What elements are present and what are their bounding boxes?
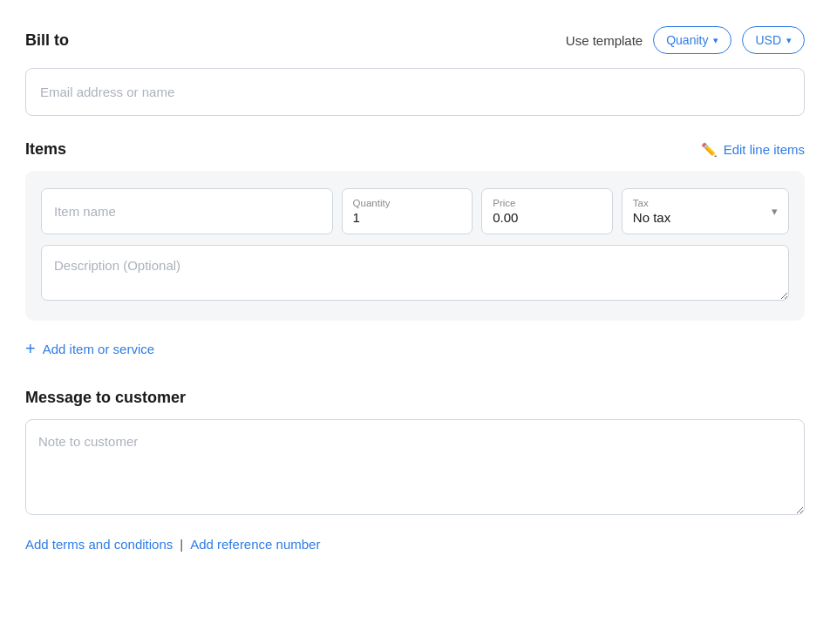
currency-dropdown-label: USD bbox=[755, 33, 781, 47]
add-reference-link[interactable]: Add reference number bbox=[190, 537, 320, 552]
bill-to-label: Bill to bbox=[25, 31, 69, 50]
bill-to-header: Bill to Use template Quanity ▾ USD ▾ bbox=[25, 26, 805, 54]
quantity-dropdown-label: Quanity bbox=[666, 33, 708, 47]
quantity-value: 1 bbox=[353, 210, 462, 225]
items-label: Items bbox=[25, 140, 66, 159]
quantity-chevron-icon: ▾ bbox=[713, 35, 718, 46]
email-input[interactable] bbox=[25, 68, 805, 116]
tax-field-inner: Tax No tax bbox=[633, 198, 670, 225]
currency-dropdown-button[interactable]: USD ▾ bbox=[742, 26, 805, 54]
tax-label: Tax bbox=[633, 198, 670, 208]
price-value: 0.00 bbox=[493, 210, 602, 225]
add-item-label: Add item or service bbox=[43, 342, 154, 356]
header-right: Use template Quanity ▾ USD ▾ bbox=[566, 26, 805, 54]
items-header: Items ✏️ Edit line items bbox=[25, 140, 805, 159]
edit-line-items-label: Edit line items bbox=[724, 142, 805, 157]
item-row: Quantity 1 Price 0.00 Tax No tax ▾ bbox=[41, 188, 789, 234]
footer-divider: | bbox=[180, 537, 183, 552]
price-label: Price bbox=[493, 198, 602, 208]
edit-line-items-button[interactable]: ✏️ Edit line items bbox=[701, 142, 805, 158]
add-terms-link[interactable]: Add terms and conditions bbox=[25, 537, 173, 552]
use-template-label: Use template bbox=[566, 33, 643, 48]
pencil-icon: ✏️ bbox=[701, 142, 718, 158]
note-to-customer-input[interactable] bbox=[25, 419, 805, 515]
quantity-label: Quantity bbox=[353, 198, 462, 208]
quantity-dropdown-button[interactable]: Quanity ▾ bbox=[653, 26, 731, 54]
tax-dropdown[interactable]: Tax No tax ▾ bbox=[622, 188, 789, 234]
tax-value: No tax bbox=[633, 210, 670, 225]
page-container: Bill to Use template Quanity ▾ USD ▾ Ite… bbox=[1, 0, 829, 578]
description-input[interactable] bbox=[41, 245, 789, 301]
add-item-button[interactable]: + Add item or service bbox=[25, 336, 154, 361]
tax-chevron-icon: ▾ bbox=[772, 205, 778, 218]
currency-chevron-icon: ▾ bbox=[786, 35, 792, 46]
footer-links: Add terms and conditions | Add reference… bbox=[25, 537, 805, 552]
items-card: Quantity 1 Price 0.00 Tax No tax ▾ bbox=[25, 171, 805, 321]
quantity-field[interactable]: Quantity 1 bbox=[342, 188, 473, 234]
message-to-customer-label: Message to customer bbox=[25, 389, 805, 407]
item-name-input[interactable] bbox=[41, 188, 333, 234]
plus-icon: + bbox=[25, 340, 36, 357]
price-field[interactable]: Price 0.00 bbox=[481, 188, 613, 234]
